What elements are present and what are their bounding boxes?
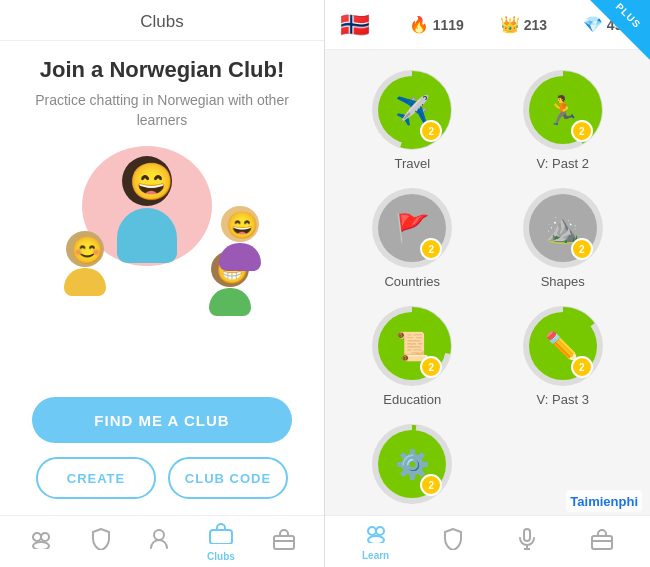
crown-value: 213 (524, 17, 547, 33)
svg-rect-5 (274, 536, 294, 549)
skill-circle-gear: ⚙️ 2 (372, 424, 452, 504)
plus-label: PLUS (614, 1, 643, 30)
svg-point-19 (368, 527, 376, 535)
shield-right-icon (443, 528, 463, 555)
streak-value: 1119 (433, 17, 464, 33)
education-label: Education (383, 392, 441, 407)
mic-icon (517, 528, 537, 555)
nav-shop-right[interactable] (583, 524, 621, 559)
svg-point-3 (154, 530, 164, 540)
watermark: Taimienphi (566, 490, 642, 512)
shop-right-icon (591, 528, 613, 555)
svg-point-0 (33, 533, 41, 541)
past2-label: V: Past 2 (537, 156, 589, 171)
watermark-text: Taimienphi (570, 494, 638, 509)
char-small-left-head (66, 231, 104, 267)
bottom-nav-right: Learn (325, 515, 650, 567)
skill-gear[interactable]: ⚙️ 2 (345, 424, 480, 505)
button-row: CREATE CLUB CODE (36, 457, 288, 499)
skill-past2[interactable]: 🏃 2 V: Past 2 (496, 70, 631, 172)
nav-shield[interactable] (83, 524, 119, 559)
skill-travel[interactable]: ✈️ 2 Travel (345, 70, 480, 172)
shapes-label: Shapes (541, 274, 585, 289)
join-title: Join a Norwegian Club! (40, 57, 284, 83)
skill-countries[interactable]: 🚩 2 Countries (345, 188, 480, 290)
past3-label: V: Past 3 (537, 392, 589, 407)
skill-shapes[interactable]: ⛰️ 2 Shapes (496, 188, 631, 290)
nav-profile[interactable] (141, 524, 177, 559)
nav-learn[interactable]: Learn (354, 519, 397, 565)
clubs-icon-active (209, 522, 233, 549)
shop-icon (273, 528, 295, 555)
crown-stat: 👑 213 (500, 15, 547, 34)
shield-icon (91, 528, 111, 555)
char-small-purple-head (221, 206, 259, 242)
nav-mic[interactable] (509, 524, 545, 559)
char-small-left-body (64, 268, 106, 296)
svg-point-1 (41, 533, 49, 541)
language-flag: 🇳🇴 (337, 7, 373, 43)
create-button[interactable]: CREATE (36, 457, 156, 499)
svg-rect-25 (592, 536, 612, 549)
nav-shop[interactable] (265, 524, 303, 559)
nav-shield-right[interactable] (435, 524, 471, 559)
shapes-badge: 2 (571, 238, 593, 260)
join-section: Join a Norwegian Club! Practice chatting… (0, 41, 324, 397)
skill-past3[interactable]: ✏️ 2 V: Past 3 (496, 306, 631, 408)
char-main-head (122, 156, 172, 206)
skill-circle-past3: ✏️ 2 (523, 306, 603, 386)
char-main (107, 156, 187, 271)
travel-label: Travel (394, 156, 430, 171)
learn-nav-label: Learn (362, 550, 389, 561)
clubs-nav-label: Clubs (207, 551, 235, 562)
skill-circle-travel: ✈️ 2 (372, 70, 452, 150)
skill-grid: ✈️ 2 Travel 🏃 2 (325, 50, 650, 515)
illustration (52, 146, 272, 326)
countries-label: Countries (384, 274, 440, 289)
nav-clubs-active[interactable]: Clubs (199, 518, 243, 566)
learn-icon (364, 523, 388, 548)
left-panel-title: Clubs (140, 12, 183, 31)
fire-icon: 🔥 (409, 15, 429, 34)
person-icon (149, 528, 169, 555)
past2-badge: 2 (571, 120, 593, 142)
svg-point-2 (33, 542, 49, 549)
skill-circle-countries: 🚩 2 (372, 188, 452, 268)
right-panel: PLUS 🇳🇴 🔥 1119 👑 213 💎 4959 (325, 0, 650, 567)
char-small-left (57, 231, 112, 296)
club-code-button[interactable]: CLUB CODE (168, 457, 288, 499)
nav-home[interactable] (21, 525, 61, 558)
left-header: Clubs (0, 0, 324, 41)
char-small-right-body (209, 288, 251, 316)
skill-circle-past2: 🏃 2 (523, 70, 603, 150)
bottom-nav-left: Clubs (0, 515, 324, 567)
char-small-purple-body (219, 243, 261, 271)
svg-rect-22 (524, 529, 530, 541)
left-panel: Clubs Join a Norwegian Club! Practice ch… (0, 0, 325, 567)
travel-badge-num: 2 (428, 126, 434, 137)
past3-badge: 2 (571, 356, 593, 378)
skill-education[interactable]: 📜 2 Education (345, 306, 480, 408)
gem-icon: 💎 (583, 15, 603, 34)
char-small-purple (212, 206, 267, 271)
join-subtitle: Practice chatting in Norwegian with othe… (24, 91, 300, 130)
home-icon (29, 529, 53, 554)
crown-icon: 👑 (500, 15, 520, 34)
char-main-body (117, 208, 177, 263)
find-me-club-button[interactable]: FIND ME A CLUB (32, 397, 292, 443)
svg-point-20 (376, 527, 384, 535)
streak-stat: 🔥 1119 (409, 15, 464, 34)
svg-rect-4 (210, 530, 232, 544)
skill-circle-shapes: ⛰️ 2 (523, 188, 603, 268)
svg-point-21 (368, 536, 384, 543)
skill-circle-education: 📜 2 (372, 306, 452, 386)
